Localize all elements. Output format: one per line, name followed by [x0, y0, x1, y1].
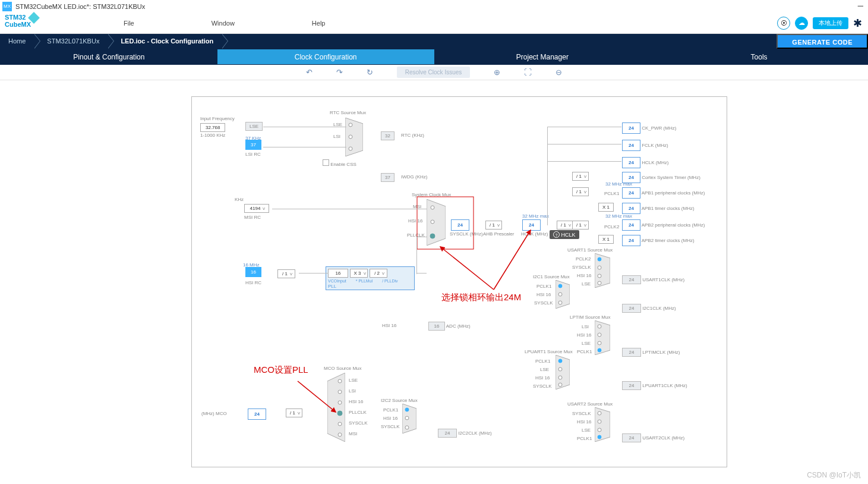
zoomfit-button[interactable]: ⛶	[524, 68, 532, 77]
zoomout-button[interactable]: ⊖	[555, 68, 562, 77]
window-title: STM32CubeMX LED.ioc*: STM32L071KBUx	[15, 3, 145, 10]
menu-file[interactable]: File	[124, 20, 134, 27]
tab-tools[interactable]: Tools	[651, 49, 867, 64]
breadcrumb-home[interactable]: Home	[0, 34, 34, 49]
generate-code-button[interactable]: GENERATE CODE	[777, 34, 868, 49]
minimize-button[interactable]: ─	[858, 1, 863, 10]
cloud-icon[interactable]: ☁	[795, 17, 808, 30]
watermark: CSDN @IoT小凯	[807, 470, 861, 480]
app-logo: STM32CubeMX	[5, 14, 40, 33]
breadcrumb-mcu[interactable]: STM32L071KBUx	[34, 34, 108, 49]
tab-clock[interactable]: Clock Configuration	[217, 49, 434, 64]
resolve-button[interactable]: Resolve Clock Issues	[397, 67, 471, 78]
share-icon[interactable]: ✱	[853, 17, 862, 30]
zoomin-button[interactable]: ⊕	[494, 68, 500, 77]
menu-help[interactable]: Help	[312, 20, 326, 27]
upload-button[interactable]: 本地上传	[813, 17, 848, 29]
svg-line-45	[494, 230, 531, 290]
redo-button[interactable]: ↷	[336, 68, 343, 77]
tab-pinout[interactable]: Pinout & Configuration	[1, 49, 217, 64]
annotation-arrows	[192, 97, 728, 468]
tab-project[interactable]: Project Manager	[434, 49, 651, 64]
mco-annotation: MCO设置PLL	[254, 364, 308, 376]
clock-canvas: Input Frequency 32.768 1-1000 KHz LSE 37…	[191, 96, 727, 467]
pll-annotation: 选择锁相环输出24M	[441, 292, 521, 303]
svg-line-44	[440, 247, 494, 290]
svg-rect-43	[417, 197, 474, 249]
social-icon[interactable]: ⦿	[777, 17, 790, 30]
refresh-button[interactable]: ↻	[367, 68, 373, 77]
undo-button[interactable]: ↶	[306, 68, 313, 77]
app-icon: MX	[2, 2, 12, 11]
menu-window[interactable]: Window	[212, 20, 235, 27]
svg-line-46	[298, 381, 336, 412]
breadcrumb-file[interactable]: LED.ioc - Clock Configuration	[108, 34, 222, 49]
